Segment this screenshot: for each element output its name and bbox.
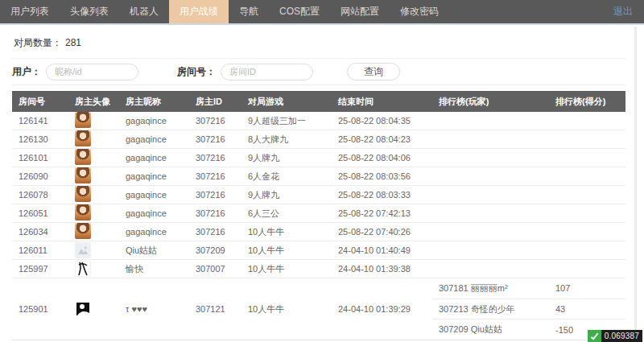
owner-nickname: τ ♥♥♥ [119,278,189,340]
game-name: 8人大牌九 [242,134,332,146]
match-count-label: 对局数量： [14,37,62,48]
owner-id: 307216 [189,153,242,163]
owner-avatar-cell [68,112,119,130]
user-search-input[interactable] [46,64,138,80]
ranking-player: 307213 奇怪的少年 [432,303,549,315]
ranking-row: 307181 丽丽丽m²107 [432,278,625,299]
avatar-image [75,301,91,317]
room-id: 126141 [12,116,68,126]
game-name: 10人牛牛 [242,245,332,257]
user-filter-label: 用户： [12,65,41,79]
header-rank-players: 排行榜(玩家) [432,96,549,108]
nav-item-site-config[interactable]: 网站配置 [330,0,390,23]
avatar-image [75,242,91,258]
room-id: 126011 [12,245,68,255]
logout-link[interactable]: 退出 [602,0,644,23]
ranking-score: 107 [549,283,625,293]
owner-avatar-cell [68,242,119,258]
game-name: 10人牛牛 [242,278,332,340]
owner-id: 307007 [189,264,242,274]
owner-nickname: Qiu姑姑 [119,245,189,257]
owner-avatar-cell [68,204,119,222]
header-owner-id: 房主ID [189,96,242,108]
table-row: 126130gagaqince3072168人大牌九25-08-22 08:04… [12,130,625,149]
game-name: 9人牌九 [242,152,332,164]
table-row: 125901τ ♥♥♥30712110人牛牛24-04-10 01:39:293… [12,278,625,340]
avatar-image [75,167,91,183]
nav-item-avatar-list[interactable]: 头像列表 [60,0,119,23]
table-header-row: 房间号 房主头像 房主昵称 房主ID 对局游戏 结束时间 排行榜(玩家) 排行榜… [12,91,625,112]
owner-avatar-cell [68,149,119,167]
end-time: 25-08-22 08:04:23 [332,134,432,144]
owner-id: 307216 [189,171,242,181]
ranking-score: 43 [549,304,625,314]
game-name: 9人牌九 [242,189,332,201]
table-body: 126141gagaqince3072169人超级三加一25-08-22 08:… [12,112,625,340]
owner-id: 307216 [189,227,242,237]
game-name: 10人牛牛 [242,263,332,275]
avatar-image [75,223,91,239]
owner-nickname: gagaqince [119,208,189,218]
match-count-value: 281 [65,37,81,48]
owner-avatar-cell [68,223,119,241]
game-name: 10人牛牛 [242,226,332,238]
owner-id: 307216 [189,116,242,126]
room-id: 126034 [12,227,68,237]
header-owner-avatar: 房主头像 [68,96,119,108]
records-table: 房间号 房主头像 房主昵称 房主ID 对局游戏 结束时间 排行榜(玩家) 排行榜… [12,91,625,340]
header-game: 对局游戏 [242,96,332,108]
nav-item-user-records[interactable]: 用户战绩 [169,0,229,23]
avatar-image [75,112,91,128]
owner-id: 307216 [189,190,242,200]
end-time: 24-04-10 01:39:38 [332,264,432,274]
table-row: 126090gagaqince3072166人金花25-08-22 08:03:… [12,167,625,186]
perf-badge-value: 0.069387 [601,330,642,342]
avatar-image [75,261,91,277]
table-row: 126141gagaqince3072169人超级三加一25-08-22 08:… [12,112,625,130]
game-name: 6人三公 [242,208,332,220]
game-name: 6人金花 [242,171,332,183]
owner-id: 307216 [189,208,242,218]
table-row: 126078gagaqince3072169人牌九25-08-22 08:03:… [12,186,625,204]
owner-nickname: gagaqince [119,153,189,163]
owner-avatar-cell [68,186,119,204]
filter-bar: 用户： 房间号： 查询 [12,58,625,85]
ranking-row: 307213 奇怪的少年43 [432,299,625,320]
main-content: 对局数量：281 用户： 房间号： 查询 房间号 房主头像 房主昵称 房主ID … [0,25,644,340]
end-time: 25-08-22 08:04:35 [332,116,432,126]
avatar-image [75,204,91,220]
room-id: 126090 [12,171,68,181]
owner-avatar-cell [68,278,119,340]
ranking-player: 307181 丽丽丽m² [432,282,549,295]
nav-item-cos-config[interactable]: COS配置 [269,0,330,23]
room-search-input[interactable] [221,64,313,80]
header-room-id: 房间号 [12,96,68,108]
owner-avatar-cell [68,130,119,148]
owner-avatar-cell [68,261,119,278]
end-time: 24-04-10 01:40:49 [332,245,432,255]
room-id: 126101 [12,153,68,163]
nav-spacer [449,0,602,23]
table-row: 126011Qiu姑姑30720910人牛牛24-04-10 01:40:49 [12,241,625,260]
nav-item-robots[interactable]: 机器人 [119,0,169,23]
end-time: 25-08-22 07:40:26 [332,227,432,237]
avatar-image [75,149,91,165]
scrollbar[interactable] [634,27,637,342]
room-id: 125901 [12,278,68,340]
end-time: 25-08-22 08:03:33 [332,190,432,200]
end-time: 25-08-22 08:04:06 [332,153,432,163]
room-id: 126051 [12,208,68,218]
avatar-image [75,186,91,202]
nav-item-change-password[interactable]: 修改密码 [390,0,449,23]
perf-badge: 0.069387 [588,330,642,342]
header-end-time: 结束时间 [332,96,432,108]
end-time: 24-04-10 01:39:29 [332,278,432,340]
nav-item-navigation[interactable]: 导航 [229,0,269,23]
room-id: 126130 [12,134,68,144]
table-row: 126034gagaqince30721610人牛牛25-08-22 07:40… [12,223,625,241]
table-row: 126101gagaqince3072169人牌九25-08-22 08:04:… [12,149,625,167]
search-button[interactable]: 查询 [347,63,400,80]
owner-nickname: gagaqince [119,116,189,126]
nav-item-user-list[interactable]: 用户列表 [0,0,60,23]
owner-nickname: gagaqince [119,134,189,144]
